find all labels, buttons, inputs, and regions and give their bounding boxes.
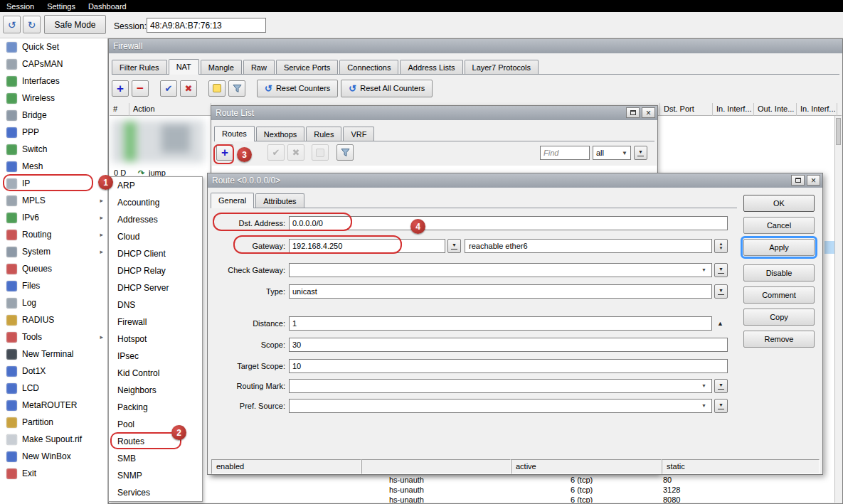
sidebar-item-new-terminal[interactable]: New Terminal <box>0 345 107 363</box>
type-input[interactable] <box>289 284 712 299</box>
route-list-titlebar[interactable]: Route List × <box>211 106 657 120</box>
redo-button[interactable]: ↻ <box>23 16 41 33</box>
sidebar-item-make-supout-rif[interactable]: Make Supout.rif <box>0 431 107 448</box>
remove-rule-button[interactable]: − <box>132 80 149 97</box>
routing-mark-input[interactable] <box>289 379 712 393</box>
sidebar-item-metarouter[interactable]: MetaROUTER <box>0 397 107 414</box>
sidebar-item-quick-set[interactable]: Quick Set <box>0 38 107 55</box>
target-scope-input[interactable] <box>289 359 728 373</box>
sidebar-item-wireless[interactable]: Wireless <box>0 90 107 107</box>
menubar-item-settings[interactable]: Settings <box>41 2 82 11</box>
ip-menu-item-dns[interactable]: DNS <box>109 296 202 313</box>
check-gateway-dropdown-button[interactable]: ▼ <box>714 263 728 277</box>
pref-source-input[interactable] <box>289 399 712 413</box>
column-header-[interactable]: # <box>110 103 129 116</box>
tab-routes[interactable]: Routes <box>214 126 255 141</box>
filter-button[interactable] <box>336 144 354 161</box>
gateway-input[interactable] <box>289 239 445 253</box>
sidebar-item-mesh[interactable]: Mesh <box>0 158 107 175</box>
gateway-add-remove-spinner[interactable]: ▲▼ <box>714 239 728 253</box>
menubar-item-session[interactable]: Session <box>0 2 41 11</box>
ip-menu-item-arp[interactable]: ARP <box>109 177 202 194</box>
type-dropdown-button[interactable]: ▼ <box>714 284 728 299</box>
column-header-in-interf[interactable]: In. Interf... <box>797 103 837 116</box>
comment-button[interactable]: Comment <box>743 286 815 304</box>
cancel-button[interactable]: Cancel <box>743 217 815 234</box>
comment-button[interactable] <box>208 80 226 97</box>
tab-raw[interactable]: Raw <box>243 60 275 74</box>
scope-input[interactable] <box>289 338 728 352</box>
sidebar-item-bridge[interactable]: Bridge <box>0 107 107 124</box>
sidebar-item-switch[interactable]: Switch <box>0 141 107 158</box>
filter-button[interactable] <box>228 80 245 97</box>
session-input[interactable] <box>147 18 266 33</box>
safe-mode-button[interactable]: Safe Mode <box>44 15 106 34</box>
scrollbar-thumb[interactable] <box>836 118 841 145</box>
close-button[interactable]: × <box>807 175 820 186</box>
column-header-in-interf[interactable]: In. Interf... <box>713 103 754 116</box>
ip-menu-item-snmp[interactable]: SNMP <box>109 467 202 484</box>
dst-address-input[interactable] <box>289 216 728 230</box>
sidebar-item-ipv6[interactable]: IPv6▸ <box>0 209 107 226</box>
routing-mark-dropdown-button[interactable]: ▼ <box>714 379 728 393</box>
sidebar-item-interfaces[interactable]: Interfaces <box>0 73 107 90</box>
comment-button[interactable] <box>312 144 329 161</box>
distance-input[interactable] <box>289 316 712 331</box>
remove-button[interactable]: Remove <box>743 331 815 348</box>
copy-button[interactable]: Copy <box>743 309 815 326</box>
tab-connections[interactable]: Connections <box>339 60 398 74</box>
sidebar-item-files[interactable]: Files <box>0 277 107 294</box>
ip-menu-item-services[interactable]: Services <box>109 484 202 501</box>
column-header-dst-port[interactable]: Dst. Port <box>659 103 713 116</box>
tab-layer7-protocols[interactable]: Layer7 Protocols <box>465 60 539 74</box>
table-row[interactable]: hs-unauth6 (tcp)3128 <box>110 486 842 495</box>
table-row[interactable]: hs-unauth6 (tcp)8080 <box>110 495 842 503</box>
menubar-item-dashboard[interactable]: Dashboard <box>82 2 133 11</box>
column-header-action[interactable]: Action <box>129 103 211 116</box>
disable-route-button[interactable]: ✖ <box>287 144 304 161</box>
sidebar-item-dot1x[interactable]: Dot1X <box>0 363 107 380</box>
ip-menu-item-ipsec[interactable]: IPsec <box>109 348 202 365</box>
column-header-out-inte[interactable]: Out. Inte... <box>754 103 797 116</box>
ip-menu-item-packing[interactable]: Packing <box>109 399 202 416</box>
tab-filter-rules[interactable]: Filter Rules <box>112 60 167 74</box>
tab-general[interactable]: General <box>211 193 254 208</box>
ip-menu-item-smb[interactable]: SMB <box>109 450 202 467</box>
ok-button[interactable]: OK <box>743 195 815 212</box>
apply-button[interactable]: Apply <box>743 239 815 256</box>
sidebar-item-tools[interactable]: Tools▸ <box>0 328 107 345</box>
firewall-titlebar[interactable]: Firewall <box>109 39 842 53</box>
tab-mangle[interactable]: Mangle <box>201 60 242 74</box>
enable-rule-button[interactable]: ✔ <box>160 80 177 97</box>
find-input[interactable] <box>540 146 590 160</box>
tab-address-lists[interactable]: Address Lists <box>400 60 462 74</box>
disable-rule-button[interactable]: ✖ <box>180 80 197 97</box>
sidebar-item-ip[interactable]: IP▸ <box>0 175 107 192</box>
tab-nat[interactable]: NAT <box>169 59 199 75</box>
reset-counters-button[interactable]: ↺Reset Counters <box>257 80 338 97</box>
sidebar-item-lcd[interactable]: LCD <box>0 380 107 397</box>
sidebar-item-exit[interactable]: Exit <box>0 465 107 482</box>
ip-menu-item-cloud[interactable]: Cloud <box>109 228 202 245</box>
gateway-dropdown-button[interactable]: ▼ <box>447 239 461 253</box>
sidebar-item-ppp[interactable]: PPP <box>0 124 107 141</box>
ip-menu-item-dhcp-relay[interactable]: DHCP Relay <box>109 262 202 279</box>
sidebar-item-queues[interactable]: Queues <box>0 260 107 277</box>
sidebar-item-radius[interactable]: RADIUS <box>0 311 107 328</box>
disable-button[interactable]: Disable <box>743 264 815 282</box>
ip-menu-item-routes[interactable]: Routes <box>109 433 202 450</box>
add-route-button[interactable]: + <box>216 144 233 161</box>
maximize-button[interactable] <box>791 175 805 186</box>
close-button[interactable]: × <box>642 107 655 118</box>
vertical-scrollbar[interactable] <box>834 116 842 503</box>
reset-all-counters-button[interactable]: ↺Reset All Counters <box>341 80 433 97</box>
tab-rules[interactable]: Rules <box>306 127 341 141</box>
tab-nexthops[interactable]: Nexthops <box>256 127 304 141</box>
sidebar-item-mpls[interactable]: MPLS▸ <box>0 192 107 209</box>
sidebar-item-system[interactable]: System▸ <box>0 243 107 260</box>
tab-attributes[interactable]: Attributes <box>255 193 304 208</box>
ip-menu-item-accounting[interactable]: Accounting <box>109 194 202 211</box>
sidebar-item-new-winbox[interactable]: New WinBox <box>0 448 107 465</box>
pref-source-dropdown-button[interactable]: ▼ <box>714 399 728 413</box>
table-row[interactable]: hs-unauth6 (tcp)80 <box>110 476 842 486</box>
